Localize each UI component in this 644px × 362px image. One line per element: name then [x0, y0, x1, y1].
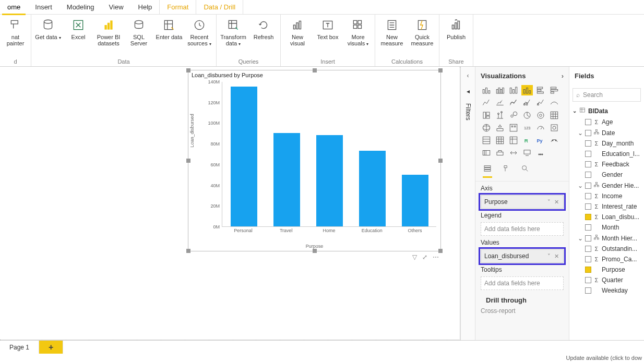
page-tab-1[interactable]: Page 1 [0, 341, 39, 354]
viz-type-icon[interactable] [535, 110, 546, 120]
slot-actions[interactable]: ˅ ✕ [547, 253, 560, 260]
viz-type-icon[interactable] [535, 123, 546, 133]
viz-type-icon[interactable] [508, 110, 519, 120]
field-checkbox[interactable] [585, 151, 591, 157]
viz-type-icon[interactable] [494, 110, 506, 120]
field-item[interactable]: ΣAge [569, 117, 644, 127]
chevron-icon[interactable]: ⌄ [578, 182, 583, 189]
resize-handle[interactable] [313, 249, 317, 253]
field-item[interactable]: ΣPromo_Ca... [569, 254, 644, 264]
new-measure-button[interactable]: New measure [378, 17, 406, 46]
field-item[interactable]: Gender [569, 170, 644, 180]
tab-help[interactable]: Help [131, 0, 160, 15]
recent-sources-button[interactable]: Recent sources ▾ [186, 17, 213, 47]
chevron-icon[interactable]: ⌄ [578, 129, 583, 137]
more-visuals-button[interactable]: More visuals ▾ [344, 17, 372, 47]
chevron-down-icon[interactable]: ⌄ [573, 108, 577, 114]
field-checkbox[interactable] [585, 235, 591, 242]
field-checkbox[interactable] [585, 267, 591, 273]
resize-handle[interactable] [438, 249, 443, 253]
quick-measure-button[interactable]: Quick measure [409, 17, 436, 46]
values-slot[interactable]: Loan_disbursed˅ ✕ [481, 249, 564, 263]
viz-type-icon[interactable] [481, 148, 492, 158]
add-page-button[interactable]: + [39, 341, 63, 354]
viz-type-icon[interactable] [521, 148, 533, 158]
viz-type-icon[interactable] [481, 123, 492, 133]
legend-slot[interactable]: Add data fields here [481, 222, 564, 236]
field-item[interactable]: Education_l... [569, 149, 644, 159]
bar[interactable] [359, 151, 386, 226]
resize-handle[interactable] [313, 68, 317, 73]
field-item[interactable]: ⌄Date [569, 127, 644, 138]
chevron-right-icon[interactable]: › [562, 72, 564, 80]
viz-type-icon[interactable]: R [521, 135, 533, 146]
field-item[interactable]: ΣOutstandin... [569, 244, 644, 254]
field-checkbox[interactable] [585, 140, 591, 147]
format-painter-button[interactable]: nat painter [3, 17, 28, 46]
field-checkbox[interactable] [585, 224, 591, 231]
tab-home[interactable]: ome [0, 0, 28, 15]
viz-type-icon[interactable] [548, 110, 560, 120]
viz-type-icon[interactable]: 123 [521, 123, 533, 133]
transform-data-button[interactable]: Transform data ▾ [220, 17, 247, 47]
viz-type-icon[interactable] [494, 135, 506, 146]
filters-pane-collapsed[interactable]: ‹ ◂ Filters [460, 67, 475, 340]
filters-collapse-icon[interactable]: ◂ [467, 88, 470, 95]
viz-type-icon[interactable] [508, 123, 519, 133]
viz-type-icon[interactable] [548, 98, 560, 108]
field-checkbox[interactable] [585, 172, 591, 178]
tab-data-drill[interactable]: Data / Drill [196, 0, 243, 15]
field-checkbox[interactable] [585, 287, 591, 294]
field-item[interactable]: ΣInterest_rate [569, 201, 644, 212]
more-options-icon[interactable]: ⋯ [433, 254, 439, 261]
viz-type-icon[interactable] [494, 85, 506, 95]
resize-handle[interactable] [438, 68, 443, 73]
viz-type-icon[interactable] [521, 98, 533, 108]
viz-type-icon[interactable] [535, 98, 546, 108]
resize-handle[interactable] [438, 159, 443, 163]
viz-type-icon[interactable] [508, 135, 519, 146]
viz-type-icon[interactable] [535, 85, 546, 95]
viz-type-icon[interactable] [481, 135, 492, 146]
viz-type-icon[interactable] [494, 98, 506, 108]
format-tab[interactable] [502, 164, 511, 178]
excel-button[interactable]: Excel [65, 17, 92, 40]
text-box-button[interactable]: Text box [314, 17, 341, 40]
viz-type-icon[interactable] [535, 148, 546, 158]
slot-actions[interactable]: ˅ ✕ [547, 199, 560, 206]
field-checkbox[interactable] [585, 277, 591, 283]
chevron-left-icon[interactable]: ‹ [467, 72, 469, 79]
chevron-icon[interactable]: ⌄ [578, 235, 583, 242]
viz-type-icon[interactable] [548, 85, 560, 95]
resize-handle[interactable] [186, 68, 190, 73]
viz-type-icon[interactable]: Py [535, 135, 546, 146]
viz-type-icon[interactable] [481, 98, 492, 108]
bar[interactable] [402, 175, 428, 226]
fields-tab[interactable] [483, 164, 492, 178]
field-item[interactable]: Purpose [569, 264, 644, 275]
field-checkbox[interactable] [585, 256, 591, 262]
focus-mode-icon[interactable]: ⤢ [422, 254, 427, 261]
field-item[interactable]: Month [569, 222, 644, 233]
field-item[interactable]: ⌄Gender Hie... [569, 180, 644, 191]
tab-modeling[interactable]: Modeling [59, 0, 102, 15]
field-item[interactable]: ⌄Month Hier... [569, 233, 644, 244]
field-item[interactable]: Weekday [569, 285, 644, 296]
field-item[interactable]: ΣQuarter [569, 275, 644, 285]
viz-type-icon[interactable] [508, 85, 519, 95]
viz-type-icon[interactable] [481, 110, 492, 120]
bar[interactable] [316, 135, 343, 226]
filter-icon[interactable]: ▽ [412, 254, 417, 261]
viz-type-icon[interactable] [481, 85, 492, 95]
enter-data-button[interactable]: Enter data [156, 17, 183, 40]
field-item[interactable]: ΣLoan_disbu... [569, 212, 644, 222]
field-item[interactable]: ΣIncome [569, 191, 644, 201]
pbi-datasets-button[interactable]: Power BI datasets [95, 17, 122, 46]
analytics-tab[interactable] [520, 164, 530, 178]
field-checkbox[interactable] [585, 183, 591, 189]
status-bar[interactable]: Update available (click to dow [566, 354, 642, 362]
tab-format[interactable]: Format [159, 0, 196, 15]
bar[interactable] [231, 87, 257, 226]
field-checkbox[interactable] [585, 161, 591, 167]
publish-button[interactable]: Publish [443, 17, 470, 40]
